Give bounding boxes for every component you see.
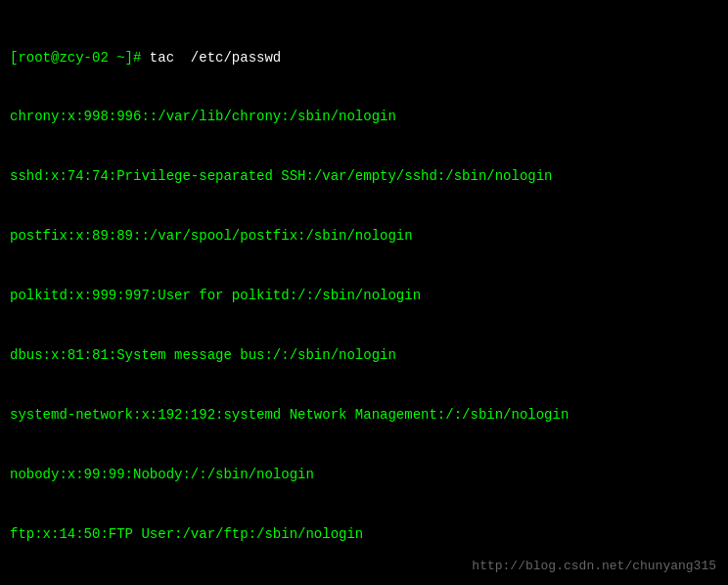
command-text: tac /etc/passwd xyxy=(150,50,281,66)
terminal-content: [root@zcy-02 ~]# tac /etc/passwd chrony:… xyxy=(10,8,718,585)
output-line-3: postfix:x:89:89::/var/spool/postfix:/sbi… xyxy=(10,226,718,246)
output-line-6: systemd-network:x:192:192:systemd Networ… xyxy=(10,405,718,425)
prompt: [root@zcy-02 ~]# xyxy=(10,50,150,66)
output-line-8: ftp:x:14:50:FTP User:/var/ftp:/sbin/nolo… xyxy=(10,524,718,544)
terminal-window: [root@zcy-02 ~]# tac /etc/passwd chrony:… xyxy=(0,0,728,585)
output-line-4: polkitd:x:999:997:User for polkitd:/:/sb… xyxy=(10,286,718,305)
watermark: http://blog.csdn.net/chunyang315 xyxy=(472,559,716,573)
output-line-5: dbus:x:81:81:System message bus:/:/sbin/… xyxy=(10,345,718,365)
output-line-2: sshd:x:74:74:Privilege-separated SSH:/va… xyxy=(10,166,718,186)
output-line-1: chrony:x:998:996::/var/lib/chrony:/sbin/… xyxy=(10,107,718,126)
command-line: [root@zcy-02 ~]# tac /etc/passwd xyxy=(10,48,718,68)
output-line-7: nobody:x:99:99:Nobody:/:/sbin/nologin xyxy=(10,465,718,484)
